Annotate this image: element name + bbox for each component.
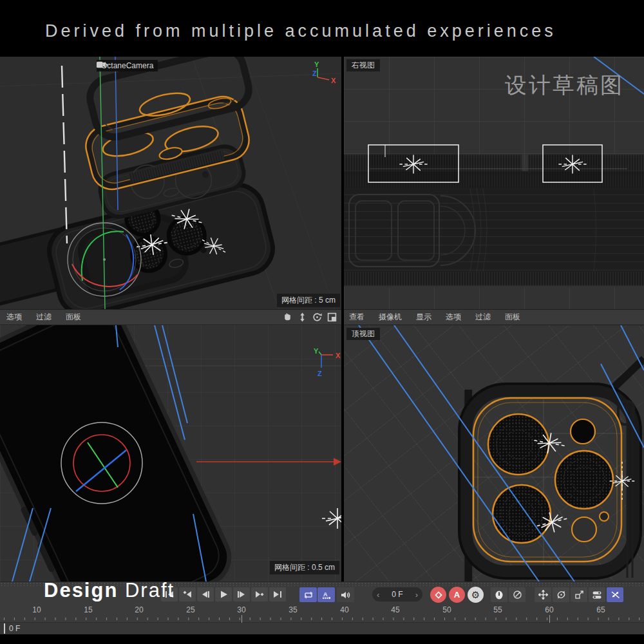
rotate-tool-button[interactable] xyxy=(553,587,569,602)
ruler-number: 40 xyxy=(340,605,348,614)
ruler-major-tick xyxy=(549,615,550,623)
timeline-playhead-row[interactable]: 0 F xyxy=(0,623,644,634)
autokey-button[interactable]: A xyxy=(449,587,465,603)
camera-label-text: OctaneCamera xyxy=(101,61,153,70)
previous-frame-button[interactable] xyxy=(197,587,214,601)
menu-camera[interactable]: 摄像机 xyxy=(379,312,402,323)
ruler-major-tick xyxy=(242,615,242,623)
grid-spacing-label: 网格间距 : 0.5 cm xyxy=(270,561,339,574)
x-axis-arrow[interactable] xyxy=(196,458,341,466)
lidar-circle xyxy=(572,517,596,542)
brand-light: Draft xyxy=(118,579,175,601)
loop-playback-toggle[interactable] xyxy=(299,587,317,602)
volume-toggle[interactable] xyxy=(337,587,354,602)
viewport-front-view[interactable]: Y X Z 网格间距 : 0.5 cm xyxy=(0,325,341,582)
gear-icon: ⚙ xyxy=(471,590,480,600)
menu-options[interactable]: 选项 xyxy=(6,312,22,323)
scale-tool-button[interactable] xyxy=(571,587,587,602)
mic-circle xyxy=(600,512,609,521)
viewport-title-right[interactable]: 右视图 xyxy=(346,59,380,71)
camera-icon xyxy=(97,60,108,70)
menu-panel[interactable]: 面板 xyxy=(66,312,81,323)
frame-value[interactable]: 0 F xyxy=(392,590,402,599)
menu-panel[interactable]: 面板 xyxy=(505,312,520,323)
ruler-number: 65 xyxy=(596,605,605,614)
next-frame-button[interactable] xyxy=(233,587,250,601)
ruler-number: 30 xyxy=(237,605,245,614)
ruler-number: 45 xyxy=(391,605,399,614)
timeline-ruler[interactable]: 10 15 20 25 30 35 40 45 50 55 60 65 xyxy=(0,603,644,615)
playhead-marker[interactable] xyxy=(4,623,5,634)
next-key-button[interactable] xyxy=(251,587,268,601)
bottom-strip xyxy=(0,634,644,644)
menu-display[interactable]: 显示 xyxy=(416,312,431,323)
ruler-number: 60 xyxy=(545,605,553,614)
camera-label[interactable]: OctaneCamera xyxy=(97,60,158,71)
menu-filter[interactable]: 过滤 xyxy=(475,312,491,323)
ruler-number: 25 xyxy=(186,605,194,614)
frame-decrement[interactable]: ‹ xyxy=(377,590,379,600)
world-axis-white xyxy=(62,66,67,243)
menu-view[interactable]: 查看 xyxy=(349,312,365,323)
ruler-number: 50 xyxy=(442,605,451,614)
move-tool-button[interactable] xyxy=(535,587,551,602)
header-title: Derived from multiple accumulated experi… xyxy=(45,21,556,41)
ruler-number: 15 xyxy=(84,605,92,614)
svg-text:Y: Y xyxy=(314,347,319,355)
top-view-canvas[interactable] xyxy=(344,325,644,582)
camera-module-wireframe[interactable] xyxy=(461,359,644,582)
rotation-gizmo[interactable] xyxy=(61,422,142,504)
grid-spacing-label: 网格间距 : 5 cm xyxy=(277,294,340,307)
front-view-canvas[interactable]: Y X Z xyxy=(0,325,341,582)
playhead-frame-label: 0 F xyxy=(9,624,20,633)
menu-filter[interactable]: 过滤 xyxy=(36,312,52,323)
sketch-watermark: 设计草稿图 xyxy=(505,71,624,100)
svg-text:X: X xyxy=(331,77,336,84)
layer-states-button[interactable] xyxy=(589,587,605,602)
current-frame-field[interactable]: ‹ 0 F › xyxy=(372,587,422,601)
viewport-menubar-right-view: 查看 摄像机 显示 选项 过滤 面板 xyxy=(344,309,644,325)
ruler-number: 10 xyxy=(32,605,41,614)
axis-gizmo: Y Z X xyxy=(312,61,336,84)
pla-keying-toggle[interactable] xyxy=(607,587,623,602)
play-button[interactable] xyxy=(215,587,232,601)
sound-track-toggle[interactable]: A xyxy=(317,587,335,602)
sparkle-annotation xyxy=(322,508,341,529)
rotate-view-icon[interactable] xyxy=(312,312,323,322)
record-rotation-toggle[interactable] xyxy=(509,587,526,602)
viewport-title-top[interactable]: 顶视图 xyxy=(346,328,380,340)
camera-lenses[interactable] xyxy=(484,410,617,547)
keying-settings-button[interactable]: ⚙ xyxy=(468,587,484,603)
viewport-perspective[interactable]: Y Z X OctaneCamera 网格间距 : 5 cm xyxy=(0,57,341,309)
brand-watermark: Design Draft xyxy=(44,579,175,602)
svg-text:Z: Z xyxy=(317,370,322,377)
menu-options[interactable]: 选项 xyxy=(446,312,461,323)
ruler-number: 35 xyxy=(289,605,297,614)
header-bar: Derived from multiple accumulated experi… xyxy=(0,0,644,57)
zoom-updown-icon[interactable] xyxy=(297,312,308,322)
previous-key-button[interactable] xyxy=(179,587,196,601)
svg-text:A: A xyxy=(323,591,328,598)
pan-hand-icon[interactable] xyxy=(282,312,293,322)
axis-gizmo: Y X Z xyxy=(314,347,341,377)
flash-circle xyxy=(571,419,595,444)
record-position-toggle[interactable] xyxy=(491,587,507,602)
svg-text:Z: Z xyxy=(312,70,317,77)
perspective-canvas[interactable]: Y Z X xyxy=(0,57,341,309)
ruler-number: 55 xyxy=(493,605,502,614)
brand-bold: Design xyxy=(44,579,118,601)
construction-line xyxy=(0,73,341,86)
frame-increment[interactable]: › xyxy=(415,590,418,600)
record-keyframe-button[interactable] xyxy=(430,587,446,603)
svg-text:Y: Y xyxy=(314,61,319,68)
goto-end-button[interactable] xyxy=(269,587,286,601)
svg-text:X: X xyxy=(336,352,341,359)
viewport-menubar-perspective: 选项 过滤 面板 xyxy=(0,309,341,325)
timeline-tick-strip[interactable] xyxy=(0,615,644,623)
ruler-number: 20 xyxy=(135,605,143,614)
maximize-view-icon[interactable] xyxy=(327,312,337,322)
viewport-top-view[interactable]: 顶视图 xyxy=(344,325,644,582)
